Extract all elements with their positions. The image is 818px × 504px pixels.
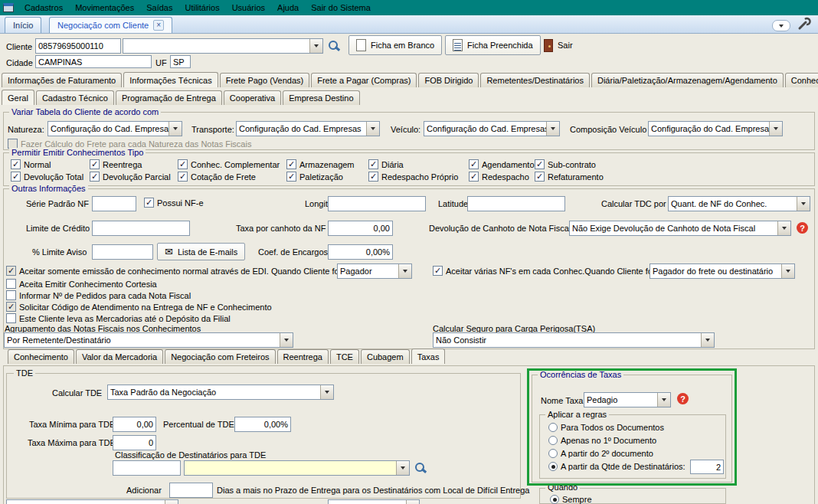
- cliente-name-select[interactable]: [123, 38, 323, 54]
- agendamento-checkbox[interactable]: [469, 159, 479, 169]
- chevron-down-icon[interactable]: [406, 500, 419, 504]
- calcular-tde-select[interactable]: Taxa Padrão da Negociação: [107, 385, 334, 400]
- tools-icon[interactable]: [797, 17, 812, 32]
- ficha-preenchida-button[interactable]: Ficha Preenchida: [445, 35, 541, 55]
- tab-remetentes-destinatarios[interactable]: Remetentes/Destinatários: [480, 73, 590, 87]
- tab-diaria-paletizacao-armazenagem-agendamento[interactable]: Diária/Paletização/Armazenagem/Agendamen…: [591, 73, 784, 87]
- devolucao-canhoto-select[interactable]: Não Exige Devolução de Canhoto de Nota F…: [569, 221, 791, 236]
- taxa-canhoto-input[interactable]: 0,00: [328, 221, 393, 236]
- refaturamento-checkbox[interactable]: [535, 172, 545, 182]
- deposito-checkbox[interactable]: [6, 313, 16, 323]
- chevron-down-icon[interactable]: [769, 122, 782, 136]
- latitude-input[interactable]: [467, 196, 565, 211]
- transporte-select[interactable]: Configuração do Cad. Empresas: [236, 121, 380, 136]
- nome-taxa-select[interactable]: Pedagio: [584, 392, 671, 407]
- tab-list-button[interactable]: [772, 20, 790, 31]
- limite-credito-input[interactable]: [92, 221, 190, 236]
- tab-taxas[interactable]: Taxas: [411, 349, 446, 364]
- regra-primeiro-radio[interactable]: [548, 436, 558, 445]
- tab-conhecimento-inter[interactable]: Conhecimento Inter: [785, 73, 818, 87]
- armazenagem-checkbox[interactable]: [286, 159, 296, 169]
- devolucao-total-checkbox[interactable]: [11, 172, 21, 182]
- chevron-down-icon[interactable]: [797, 197, 810, 211]
- quando-sempre-radio[interactable]: [550, 495, 559, 504]
- menu-saidas[interactable]: Saídas: [140, 1, 178, 15]
- classificacao-destinatarios-select[interactable]: [184, 460, 410, 476]
- chevron-down-icon[interactable]: [320, 385, 333, 399]
- menu-ajuda[interactable]: Ajuda: [271, 1, 305, 15]
- percentual-tde-input[interactable]: 0,00%: [234, 417, 291, 432]
- sair-button[interactable]: Sair: [544, 36, 573, 54]
- chevron-down-icon[interactable]: [546, 122, 559, 136]
- adicionar-dias-input[interactable]: [169, 483, 213, 498]
- normal-checkbox[interactable]: [11, 159, 21, 169]
- tab-informacoes-tecnicas[interactable]: Informações Técnicas: [123, 72, 218, 87]
- help-icon[interactable]: ?: [677, 393, 689, 404]
- seguro-carga-select[interactable]: Não Consistir: [433, 332, 715, 348]
- search-icon[interactable]: [328, 40, 340, 52]
- ficha-em-branco-button[interactable]: Ficha em Branco: [348, 35, 442, 55]
- menu-cadastros[interactable]: Cadastros: [18, 1, 69, 15]
- search-icon[interactable]: [414, 462, 427, 474]
- tab-empresa-destino[interactable]: Empresa Destino: [283, 90, 359, 105]
- agrupamento-select[interactable]: Por Remetente/Destinatário: [4, 332, 293, 348]
- composicao-veiculo-select[interactable]: Configuração do Cad. Empresas: [648, 121, 783, 136]
- atendimento-checkbox[interactable]: [6, 302, 16, 312]
- chevron-down-icon[interactable]: [366, 122, 379, 136]
- tab-frete-pago-vendas[interactable]: Frete Pago (Vendas): [220, 73, 310, 87]
- tab-cubagem[interactable]: Cubagem: [361, 349, 410, 364]
- tab-fob-dirigido[interactable]: FOB Dirigido: [418, 73, 479, 87]
- chevron-down-icon[interactable]: [657, 393, 670, 407]
- chevron-down-icon[interactable]: [396, 461, 409, 475]
- uf-input[interactable]: SP: [170, 55, 191, 68]
- limite-aviso-input[interactable]: [92, 244, 153, 260]
- chevron-down-icon[interactable]: [701, 333, 714, 347]
- tab-frete-a-pagar-compras[interactable]: Frete a Pagar (Compras): [311, 73, 417, 87]
- lista-emails-button[interactable]: ✉ Lista de E-mails: [157, 243, 245, 260]
- regra-qtde-radio[interactable]: [548, 462, 558, 471]
- varias-nfs-checkbox[interactable]: [433, 266, 443, 276]
- pedidos-checkbox[interactable]: [6, 290, 16, 300]
- veiculo-select[interactable]: Configuração do Cad. Empresas: [424, 121, 560, 136]
- longitude-input[interactable]: [328, 196, 426, 211]
- menu-movimentacoes[interactable]: Movimentações: [69, 1, 140, 15]
- sub-contrato-checkbox[interactable]: [535, 159, 545, 169]
- tab-conhecimento[interactable]: Conhecimento: [8, 349, 74, 364]
- devolucao-parcial-checkbox[interactable]: [90, 172, 100, 182]
- menu-utilitarios[interactable]: Utilitários: [178, 1, 225, 15]
- conhec-complementar-checkbox[interactable]: [178, 159, 188, 169]
- edi-checkbox[interactable]: [6, 266, 16, 276]
- taxa-minima-input[interactable]: 0,00: [113, 417, 156, 432]
- coef-encargos-input[interactable]: 0,00%: [328, 244, 393, 260]
- chevron-down-icon[interactable]: [781, 264, 794, 278]
- qtde-destinatarios-input[interactable]: 2: [690, 460, 724, 474]
- chevron-down-icon[interactable]: [165, 500, 178, 504]
- tab-tce[interactable]: TCE: [330, 349, 359, 364]
- tab-geral[interactable]: Geral: [2, 90, 34, 105]
- cidade-input[interactable]: CAMPINAS: [35, 55, 152, 68]
- serie-padrao-nf-input[interactable]: [92, 196, 136, 211]
- close-tab-icon[interactable]: ×: [153, 20, 164, 31]
- tab-informacoes-de-faturamento[interactable]: Informações de Faturamento: [2, 73, 122, 87]
- tab-reentrega[interactable]: Reentrega: [277, 349, 329, 364]
- reentrega-checkbox[interactable]: [90, 159, 100, 169]
- regra-todos-radio[interactable]: [548, 423, 558, 432]
- bottom-partial-select-2[interactable]: [328, 499, 420, 504]
- possui-nfe-checkbox[interactable]: [144, 198, 154, 208]
- tab-cooperativa[interactable]: Cooperativa: [224, 90, 281, 105]
- redespacho-checkbox[interactable]: [469, 172, 479, 182]
- help-icon[interactable]: ?: [797, 222, 808, 234]
- redespacho-proprio-checkbox[interactable]: [368, 172, 378, 182]
- tab-negociacao-com-freteiros[interactable]: Negociação com Freteiros: [165, 349, 275, 364]
- diaria-checkbox[interactable]: [368, 159, 378, 169]
- varias-nfs-select[interactable]: Pagador do frete ou destinatário: [649, 263, 795, 279]
- chevron-down-icon[interactable]: [169, 122, 182, 136]
- tab-programacao-de-entrega[interactable]: Programação de Entrega: [116, 90, 222, 105]
- tab-negociacao-com-cliente[interactable]: Negociação com Cliente ×: [49, 17, 172, 33]
- edi-cliente-select[interactable]: Pagador: [337, 263, 412, 279]
- paletizacao-checkbox[interactable]: [286, 172, 296, 182]
- tab-valor-da-mercadoria[interactable]: Valor da Mercadoria: [76, 349, 163, 364]
- regra-segundo-radio[interactable]: [548, 449, 558, 458]
- chevron-down-icon[interactable]: [309, 39, 322, 53]
- chevron-down-icon[interactable]: [777, 221, 790, 235]
